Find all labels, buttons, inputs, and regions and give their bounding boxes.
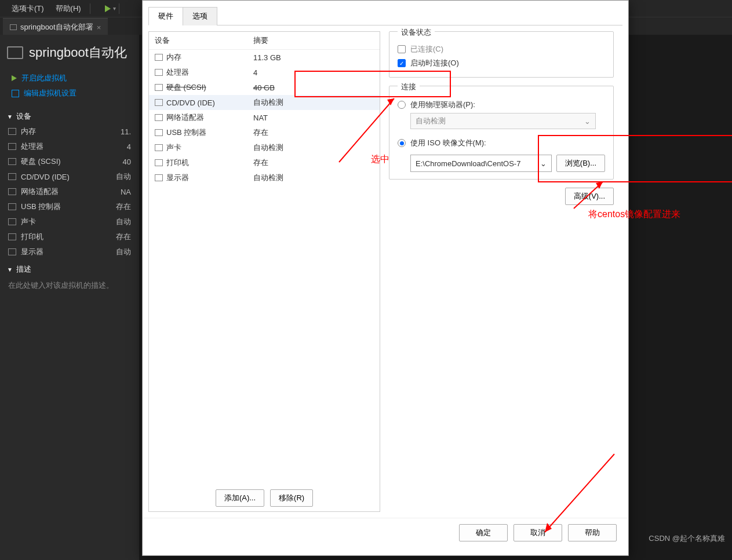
devices-section-header[interactable]: ▼ 设备	[0, 107, 139, 124]
device-list-item[interactable]: 处理器4	[149, 65, 380, 80]
remove-button[interactable]: 移除(R)	[270, 489, 313, 507]
edit-vm-link[interactable]: 编辑虚拟机设置	[12, 86, 128, 101]
edit-icon	[12, 90, 19, 97]
description-section-header[interactable]: ▼ 描述	[0, 259, 139, 277]
browse-button[interactable]: 浏览(B)...	[556, 155, 605, 172]
vm-settings-dialog: 硬件 选项 设备 摘要 内存11.3 GB处理器4硬盘 (SCSI)40 GBC…	[142, 0, 629, 556]
device-summary: 4	[253, 68, 257, 77]
device-icon	[155, 174, 163, 181]
device-list-item[interactable]: CD/DVD (IDE)自动检测	[149, 95, 380, 110]
device-summary: 存在	[253, 127, 268, 138]
device-icon	[155, 144, 163, 151]
add-button[interactable]: 添加(A)...	[216, 489, 264, 507]
device-icon	[155, 129, 163, 136]
device-value: 11.	[121, 127, 131, 136]
device-value: 存在	[116, 202, 131, 212]
sidebar-device-row[interactable]: CD/DVD (IDE)自动	[0, 169, 139, 184]
sidebar-device-row[interactable]: 显示器自动	[0, 244, 139, 259]
use-physical-label: 使用物理驱动器(P):	[410, 100, 475, 110]
monitor-icon	[10, 24, 17, 30]
advanced-button[interactable]: 高级(V)...	[565, 188, 614, 205]
device-icon	[155, 84, 163, 91]
device-value: 自动	[116, 217, 131, 227]
description-placeholder[interactable]: 在此处键入对该虚拟机的描述。	[0, 277, 139, 294]
connect-on-start-checkbox-row[interactable]: ✓ 启动时连接(O)	[398, 56, 605, 70]
device-summary: 自动检测	[253, 142, 283, 153]
device-icon	[155, 99, 163, 106]
sidebar-device-row[interactable]: 内存11.	[0, 124, 139, 139]
iso-path-combo[interactable]: E:\ChromeDownload\CentOS-7 ⌄	[410, 155, 552, 172]
physical-drive-value: 自动检测	[416, 116, 446, 126]
tab-close-icon[interactable]: ×	[97, 23, 101, 32]
device-icon	[8, 128, 16, 135]
vm-icon	[7, 46, 23, 59]
device-icon	[8, 218, 16, 225]
device-list-item[interactable]: 显示器自动检测	[149, 170, 380, 185]
device-summary: 自动检测	[253, 97, 283, 108]
device-name: USB 控制器	[21, 202, 61, 212]
device-summary: 自动检测	[253, 173, 283, 183]
cancel-button[interactable]: 取消	[514, 524, 562, 541]
sidebar-device-row[interactable]: 声卡自动	[0, 214, 139, 229]
device-status-title: 设备状态	[398, 27, 435, 38]
devices-label: 设备	[16, 111, 31, 122]
sidebar-device-row[interactable]: 硬盘 (SCSI)40	[0, 154, 139, 169]
chevron-down-icon: ▼	[7, 266, 13, 273]
play-icon	[12, 75, 17, 81]
sidebar-device-row[interactable]: USB 控制器存在	[0, 199, 139, 214]
ok-button[interactable]: 确定	[459, 524, 508, 541]
device-name: 声卡	[166, 142, 181, 153]
device-name: 声卡	[21, 217, 36, 227]
device-value: 自动	[116, 171, 131, 182]
edit-vm-label: 编辑虚拟机设置	[24, 88, 77, 98]
device-list-item[interactable]: 声卡自动检测	[149, 140, 380, 155]
play-button[interactable]: ▾	[105, 5, 116, 12]
use-physical-radio[interactable]: 使用物理驱动器(P):	[398, 97, 605, 113]
device-name: 打印机	[21, 232, 43, 242]
device-summary: NAT	[253, 114, 268, 122]
connect-on-start-label: 启动时连接(O)	[410, 58, 459, 68]
device-name: USB 控制器	[166, 127, 206, 138]
connected-checkbox-row[interactable]: 已连接(C)	[398, 42, 605, 56]
device-icon	[8, 188, 16, 195]
device-name: 网络适配器	[166, 112, 204, 123]
device-icon	[155, 69, 163, 76]
connected-label: 已连接(C)	[410, 44, 443, 54]
help-button[interactable]: 帮助	[568, 524, 617, 541]
device-name: 处理器	[21, 141, 43, 152]
menu-help[interactable]: 帮助(H)	[50, 1, 87, 16]
device-name: 硬盘 (SCSI)	[21, 156, 61, 167]
checkbox-checked-icon: ✓	[398, 59, 406, 67]
device-list-item[interactable]: USB 控制器存在	[149, 125, 380, 140]
tab-options[interactable]: 选项	[183, 7, 217, 25]
device-icon	[8, 143, 16, 150]
device-value: 自动	[116, 247, 131, 257]
iso-path-value: E:\ChromeDownload\CentOS-7	[416, 159, 520, 168]
device-list-item[interactable]: 网络适配器NAT	[149, 110, 380, 125]
radio-checked-icon	[398, 139, 406, 147]
start-vm-link[interactable]: 开启此虚拟机	[12, 71, 128, 86]
use-iso-radio[interactable]: 使用 ISO 映像文件(M):	[398, 135, 605, 151]
watermark: CSDN @起个名称真难	[649, 533, 725, 544]
sidebar-device-row[interactable]: 打印机存在	[0, 229, 139, 244]
device-value: 40	[123, 158, 131, 166]
sidebar-device-row[interactable]: 处理器4	[0, 139, 139, 154]
device-list-item[interactable]: 打印机存在	[149, 155, 380, 170]
device-name: CD/DVD (IDE)	[166, 98, 215, 107]
device-value: 存在	[116, 232, 131, 242]
sidebar-device-row[interactable]: 网络适配器NA	[0, 184, 139, 199]
connection-title: 连接	[398, 82, 420, 92]
tab-hardware[interactable]: 硬件	[148, 7, 183, 25]
checkbox-icon	[398, 45, 406, 53]
device-name: CD/DVD (IDE)	[21, 173, 70, 181]
vm-tab[interactable]: springboot自动化部署 ×	[3, 18, 108, 35]
device-list-item[interactable]: 硬盘 (SCSI)40 GB	[149, 80, 380, 95]
description-label: 描述	[16, 264, 31, 274]
device-list-item[interactable]: 内存11.3 GB	[149, 50, 380, 65]
device-value: NA	[121, 188, 131, 196]
device-name: 内存	[166, 52, 181, 63]
device-icon	[155, 54, 163, 61]
device-summary: 40 GB	[253, 83, 275, 92]
menu-tabs[interactable]: 选项卡(T)	[6, 1, 50, 16]
chevron-down-icon: ▼	[7, 114, 13, 120]
